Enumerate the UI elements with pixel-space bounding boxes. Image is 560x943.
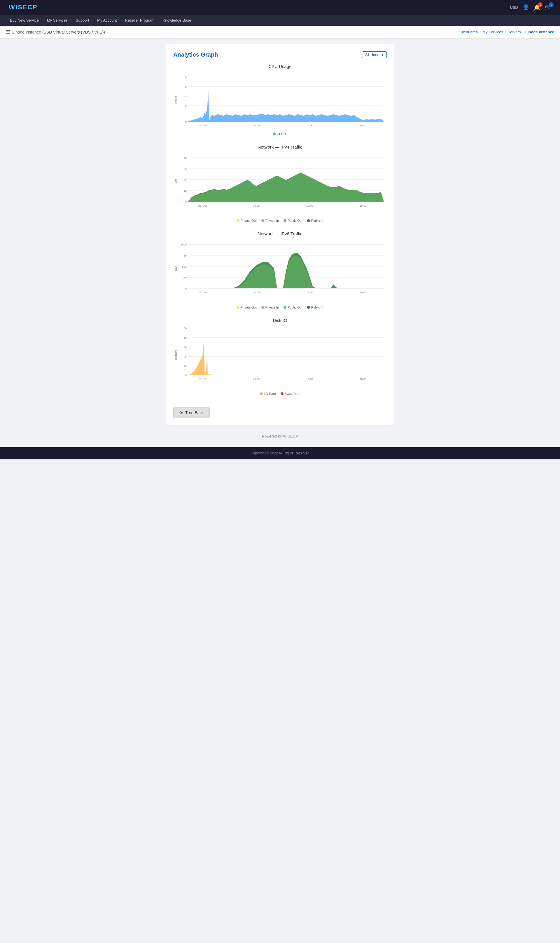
svg-text:Kb/s: Kb/s [174, 179, 177, 184]
ipv6-chart-container: 1000 750 500 250 0 Kb/s 26. Dec 06:00 12… [173, 239, 387, 304]
ipv6-chart-section: Network — IPv6 Traffic 1000 750 500 250 … [173, 231, 387, 309]
diskio-chart-section: Disk IO 50 40 30 20 10 0 b [173, 318, 387, 396]
ipv4-chart-title: Network — IPv4 Traffic [173, 145, 387, 149]
cpu-chart-svg: 8 6 4 2 0 Percent 26. Dec 06:00 12:00 18… [173, 71, 387, 131]
svg-text:06:00: 06:00 [253, 204, 260, 207]
svg-text:2: 2 [185, 105, 187, 108]
nav-reseller[interactable]: Reseller Program [121, 15, 158, 26]
svg-text:3k: 3k [184, 168, 187, 171]
svg-text:26. Dec: 26. Dec [198, 378, 208, 381]
ipv6-chart-svg: 1000 750 500 250 0 Kb/s 26. Dec 06:00 12… [173, 239, 387, 304]
diskio-io-rate-area [188, 340, 384, 375]
svg-text:12:00: 12:00 [306, 204, 313, 207]
ipv4-private-out: Private Out [237, 219, 257, 222]
ipv6-legend: Private Out Private In Public Out Public… [173, 305, 387, 309]
breadcrumb-client-area[interactable]: Client Area [459, 30, 478, 34]
ipv6-chart-title: Network — IPv6 Traffic [173, 231, 387, 236]
svg-text:0: 0 [185, 287, 187, 290]
svg-text:8: 8 [185, 76, 187, 79]
time-selector[interactable]: 24 Hours ▾ [362, 51, 387, 58]
nav-knowledge[interactable]: Knowledge Base [158, 15, 195, 26]
svg-text:10: 10 [184, 365, 187, 368]
svg-text:18:00: 18:00 [360, 378, 366, 381]
svg-text:20: 20 [184, 355, 187, 358]
user-icon[interactable]: 👤 [523, 4, 529, 11]
notification-badge: 1 [538, 2, 543, 7]
svg-text:blocks/s: blocks/s [174, 350, 177, 359]
svg-text:750: 750 [182, 254, 187, 257]
button-area: ⟳ Turn Back [173, 404, 387, 418]
ipv6-private-in: Private In [262, 305, 279, 309]
diskio-chart-title: Disk IO [173, 318, 387, 323]
cpu-chart-title: CPU Usage [173, 64, 387, 69]
breadcrumb-bar: ☰ Linode Instance (SSD Virtual Servers (… [0, 26, 560, 39]
cpu-chart-section: CPU Usage 8 6 4 2 0 Perce [173, 64, 387, 136]
cpu-dot [273, 133, 275, 136]
ipv6-public-out: Public Out [283, 305, 303, 309]
ipv4-public-out-area [188, 173, 384, 202]
turn-back-button[interactable]: ⟳ Turn Back [173, 407, 210, 418]
cpu-legend-label: CPU % [277, 132, 287, 136]
breadcrumb-my-services[interactable]: My Services [482, 30, 503, 34]
nav-support[interactable]: Support [72, 15, 93, 26]
notification-icon[interactable]: 🔔 1 [534, 4, 540, 11]
analytics-card: Analytics Graph 24 Hours ▾ CPU Usage 8 6 [166, 45, 394, 425]
svg-text:500: 500 [182, 265, 187, 268]
breadcrumb-linode: Linode Instance [525, 30, 554, 34]
ipv4-public-out: Public Out [283, 219, 303, 222]
svg-text:18:00: 18:00 [360, 291, 366, 294]
svg-text:18:00: 18:00 [360, 204, 366, 207]
svg-text:26. Dec: 26. Dec [198, 124, 208, 127]
cpu-legend: CPU % [173, 132, 387, 136]
svg-text:250: 250 [182, 276, 187, 279]
svg-text:30: 30 [184, 346, 187, 349]
svg-text:4: 4 [185, 95, 187, 98]
diskio-io-rate: I/O Rate [260, 392, 276, 396]
ipv6-public-in: Public In [307, 305, 323, 309]
turn-back-icon: ⟳ [179, 410, 183, 415]
ipv4-chart-svg: 4k 3k 2k 1k 0 Kb/s 26. Dec 06:00 12:00 1… [173, 152, 387, 217]
svg-text:26. Dec: 26. Dec [198, 291, 208, 294]
svg-text:18:00: 18:00 [360, 124, 366, 127]
page-title: Linode Instance (SSD Virtual Servers (VD… [12, 30, 105, 34]
diskio-swap-rate: Swap Rate [281, 392, 300, 396]
ipv4-private-in: Private In [262, 219, 279, 222]
svg-text:6: 6 [185, 86, 187, 88]
copyright-bar: Copyright © 2022 All Rights Reserved [0, 447, 560, 459]
cart-icon[interactable]: 🛒 0 [545, 4, 551, 11]
svg-text:12:00: 12:00 [306, 124, 313, 127]
svg-text:06:00: 06:00 [253, 291, 260, 294]
nav-my-account[interactable]: My Account [93, 15, 121, 26]
analytics-header: Analytics Graph 24 Hours ▾ [173, 51, 387, 58]
analytics-title: Analytics Graph [173, 51, 218, 58]
svg-text:06:00: 06:00 [253, 378, 260, 381]
svg-text:26. Dec: 26. Dec [198, 204, 208, 207]
header-right: USD 👤 🔔 1 🛒 0 [510, 4, 551, 11]
page-title-area: ☰ Linode Instance (SSD Virtual Servers (… [6, 29, 105, 35]
svg-text:2k: 2k [184, 179, 187, 182]
svg-text:0: 0 [185, 120, 187, 123]
logo: WISECP [9, 3, 38, 11]
header: WISECP USD 👤 🔔 1 🛒 0 [0, 0, 560, 15]
svg-text:0: 0 [185, 374, 187, 376]
ipv4-chart-section: Network — IPv4 Traffic 4k 3k 2k 1k 0 Kb/… [173, 145, 387, 222]
main-nav: Buy New Service My Services Support My A… [0, 15, 560, 26]
diskio-legend: I/O Rate Swap Rate [173, 392, 387, 396]
svg-text:Percent: Percent [174, 96, 177, 105]
svg-text:12:00: 12:00 [306, 291, 313, 294]
powered-by: Powered by WISECP [166, 428, 394, 441]
turn-back-label: Turn Back [185, 410, 203, 415]
menu-icon: ☰ [6, 29, 10, 35]
breadcrumb-servers[interactable]: Servers [508, 30, 521, 34]
nav-buy-service[interactable]: Buy New Service [6, 15, 43, 26]
main-content: Analytics Graph 24 Hours ▾ CPU Usage 8 6 [160, 39, 400, 447]
nav-my-services[interactable]: My Services [43, 15, 72, 26]
svg-text:1k: 1k [184, 190, 187, 193]
ipv4-legend: Private Out Private In Public Out Public… [173, 219, 387, 222]
breadcrumb: Client Area / My Services / Servers / Li… [459, 30, 554, 34]
currency-label[interactable]: USD [510, 5, 518, 10]
ipv4-public-in: Public In [307, 219, 323, 222]
svg-text:1000: 1000 [180, 243, 186, 246]
cpu-area [188, 89, 384, 122]
cart-badge: 0 [549, 2, 554, 7]
